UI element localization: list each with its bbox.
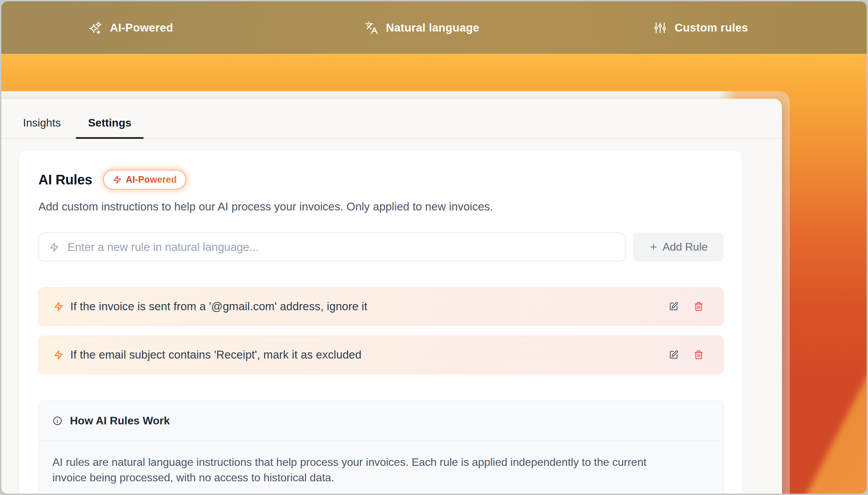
tab-settings[interactable]: Settings	[88, 117, 131, 129]
section-description: Add custom instructions to help our AI p…	[38, 200, 493, 213]
rule-text: If the invoice is sent from a '@gmail.co…	[70, 300, 367, 313]
section-title: AI Rules	[38, 172, 92, 188]
plus-icon	[649, 242, 658, 252]
sparkles-icon	[89, 21, 103, 35]
zap-icon	[113, 175, 122, 184]
ai-powered-badge: AI-Powered	[103, 170, 186, 190]
how-body: AI rules are natural language instructio…	[39, 441, 688, 494]
rule-item: If the email subject contains 'Receipt',…	[38, 336, 724, 374]
add-rule-label: Add Rule	[663, 241, 708, 253]
edit-icon[interactable]	[669, 350, 678, 360]
feature-label: Natural language	[386, 21, 480, 34]
feature-ai-powered: AI-Powered	[89, 1, 173, 54]
input-placeholder: Enter a new rule in natural language...	[68, 241, 259, 254]
delete-icon[interactable]	[694, 350, 703, 360]
delete-icon[interactable]	[694, 302, 703, 311]
tab-insights[interactable]: Insights	[23, 117, 61, 129]
how-ai-rules-work-box: How AI Rules Work AI rules are natural l…	[38, 400, 724, 494]
sliders-icon	[653, 21, 667, 35]
feature-label: Custom rules	[675, 21, 748, 34]
ai-rules-panel: AI Rules AI-Powered Add custom instructi…	[19, 150, 743, 494]
info-icon	[52, 416, 62, 426]
zap-icon	[54, 350, 63, 360]
edit-icon[interactable]	[669, 302, 678, 311]
screenshot-frame: AI-Powered Natural language Custom rules…	[1, 1, 867, 494]
badge-label: AI-Powered	[126, 174, 177, 185]
translate-icon	[365, 21, 378, 35]
feature-banner: AI-Powered Natural language Custom rules	[1, 1, 867, 54]
rule-text: If the email subject contains 'Receipt',…	[70, 348, 362, 361]
feature-custom-rules: Custom rules	[653, 1, 748, 54]
zap-icon	[49, 242, 59, 252]
feature-label: AI-Powered	[110, 21, 173, 34]
how-header: How AI Rules Work	[39, 401, 723, 441]
how-title: How AI Rules Work	[70, 414, 170, 427]
active-tab-indicator	[76, 137, 144, 139]
rule-item: If the invoice is sent from a '@gmail.co…	[38, 287, 724, 326]
feature-natural-language: Natural language	[365, 1, 480, 54]
zap-icon	[54, 302, 63, 311]
new-rule-input[interactable]: Enter a new rule in natural language...	[38, 232, 626, 262]
add-rule-button[interactable]: Add Rule	[633, 232, 724, 262]
